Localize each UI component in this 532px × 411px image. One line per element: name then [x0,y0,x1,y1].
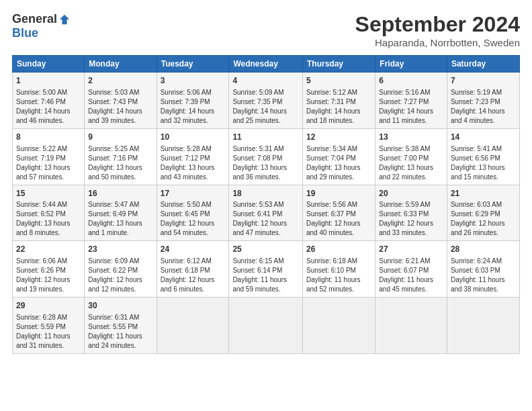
day-cell: 23Sunrise: 6:09 AM Sunset: 6:22 PM Dayli… [85,241,157,298]
day-info: Sunrise: 5:50 AM Sunset: 6:45 PM Dayligh… [161,201,215,236]
day-cell [157,298,229,354]
day-info: Sunrise: 5:16 AM Sunset: 7:27 PM Dayligh… [379,89,433,124]
day-cell [375,298,447,354]
day-cell: 11Sunrise: 5:31 AM Sunset: 7:08 PM Dayli… [229,128,303,185]
day-number: 20 [379,188,443,199]
day-info: Sunrise: 5:38 AM Sunset: 7:00 PM Dayligh… [379,145,433,181]
day-cell: 26Sunrise: 6:18 AM Sunset: 6:10 PM Dayli… [302,241,375,298]
day-info: Sunrise: 5:28 AM Sunset: 7:12 PM Dayligh… [161,145,215,181]
day-cell: 30Sunrise: 6:31 AM Sunset: 5:55 PM Dayli… [85,298,157,354]
day-cell: 3Sunrise: 5:06 AM Sunset: 7:39 PM Daylig… [157,73,229,129]
day-number: 16 [88,188,152,199]
day-number: 2 [88,75,152,87]
day-info: Sunrise: 5:19 AM Sunset: 7:23 PM Dayligh… [451,89,505,124]
day-number: 11 [232,132,299,143]
day-info: Sunrise: 6:03 AM Sunset: 6:29 PM Dayligh… [451,201,505,236]
location: Haparanda, Norrbotten, Sweden [355,37,520,48]
day-info: Sunrise: 5:00 AM Sunset: 7:46 PM Dayligh… [16,89,71,124]
day-cell [302,298,375,354]
week-row-4: 22Sunrise: 6:06 AM Sunset: 6:26 PM Dayli… [13,241,520,298]
page: General Blue September 2024 Haparanda, N… [0,0,532,411]
day-cell: 7Sunrise: 5:19 AM Sunset: 7:23 PM Daylig… [447,73,519,129]
week-row-2: 8Sunrise: 5:22 AM Sunset: 7:19 PM Daylig… [13,128,520,185]
day-cell: 8Sunrise: 5:22 AM Sunset: 7:19 PM Daylig… [13,128,85,185]
day-cell: 12Sunrise: 5:34 AM Sunset: 7:04 PM Dayli… [302,128,375,185]
title-section: September 2024 Haparanda, Norrbotten, Sw… [355,12,520,48]
col-header-sunday: Sunday [13,56,85,73]
week-row-1: 1Sunrise: 5:00 AM Sunset: 7:46 PM Daylig… [13,73,520,129]
day-cell: 20Sunrise: 5:59 AM Sunset: 6:33 PM Dayli… [375,185,447,241]
day-number: 29 [16,300,81,312]
day-number: 1 [16,75,81,87]
day-cell: 22Sunrise: 6:06 AM Sunset: 6:26 PM Dayli… [13,241,85,298]
day-cell: 6Sunrise: 5:16 AM Sunset: 7:27 PM Daylig… [375,73,447,129]
day-info: Sunrise: 5:41 AM Sunset: 6:56 PM Dayligh… [451,145,505,181]
day-number: 26 [306,244,371,255]
day-info: Sunrise: 6:09 AM Sunset: 6:22 PM Dayligh… [88,257,142,293]
day-info: Sunrise: 5:53 AM Sunset: 6:41 PM Dayligh… [232,201,287,236]
day-number: 7 [451,75,516,87]
day-cell: 27Sunrise: 6:21 AM Sunset: 6:07 PM Dayli… [375,241,447,298]
svg-marker-0 [60,14,69,24]
calendar-table: SundayMondayTuesdayWednesdayThursdayFrid… [12,55,520,354]
day-cell: 17Sunrise: 5:50 AM Sunset: 6:45 PM Dayli… [157,185,229,241]
day-cell: 21Sunrise: 6:03 AM Sunset: 6:29 PM Dayli… [447,185,519,241]
day-number: 15 [16,188,81,199]
day-cell: 25Sunrise: 6:15 AM Sunset: 6:14 PM Dayli… [229,241,303,298]
day-number: 14 [451,132,516,143]
day-number: 28 [451,244,516,255]
day-info: Sunrise: 5:56 AM Sunset: 6:37 PM Dayligh… [306,201,361,236]
week-row-3: 15Sunrise: 5:44 AM Sunset: 6:52 PM Dayli… [13,185,520,241]
day-number: 19 [306,188,371,199]
day-cell: 18Sunrise: 5:53 AM Sunset: 6:41 PM Dayli… [229,185,303,241]
col-header-tuesday: Tuesday [157,56,229,73]
day-cell: 10Sunrise: 5:28 AM Sunset: 7:12 PM Dayli… [157,128,229,185]
day-info: Sunrise: 5:22 AM Sunset: 7:19 PM Dayligh… [16,145,71,181]
day-info: Sunrise: 6:18 AM Sunset: 6:10 PM Dayligh… [306,257,361,293]
day-info: Sunrise: 5:25 AM Sunset: 7:16 PM Dayligh… [88,145,142,181]
day-info: Sunrise: 5:06 AM Sunset: 7:39 PM Dayligh… [161,89,215,124]
day-cell: 16Sunrise: 5:47 AM Sunset: 6:49 PM Dayli… [85,185,157,241]
header-row: SundayMondayTuesdayWednesdayThursdayFrid… [13,56,520,73]
day-cell: 1Sunrise: 5:00 AM Sunset: 7:46 PM Daylig… [13,73,85,129]
month-title: September 2024 [355,12,520,37]
day-info: Sunrise: 5:59 AM Sunset: 6:33 PM Dayligh… [379,201,433,236]
day-info: Sunrise: 5:44 AM Sunset: 6:52 PM Dayligh… [16,201,71,236]
day-cell: 28Sunrise: 6:24 AM Sunset: 6:03 PM Dayli… [447,241,519,298]
day-cell: 5Sunrise: 5:12 AM Sunset: 7:31 PM Daylig… [302,73,375,129]
day-cell: 4Sunrise: 5:09 AM Sunset: 7:35 PM Daylig… [229,73,303,129]
logo-icon [58,13,71,26]
day-info: Sunrise: 6:06 AM Sunset: 6:26 PM Dayligh… [16,257,71,293]
day-number: 23 [88,244,152,255]
day-number: 5 [306,75,371,87]
day-number: 13 [379,132,443,143]
day-number: 18 [232,188,299,199]
day-cell: 14Sunrise: 5:41 AM Sunset: 6:56 PM Dayli… [447,128,519,185]
logo-blue-text: Blue [12,26,38,40]
day-number: 6 [379,75,443,87]
logo: General Blue [12,12,71,40]
day-number: 24 [161,244,226,255]
day-info: Sunrise: 6:15 AM Sunset: 6:14 PM Dayligh… [232,257,287,293]
day-number: 22 [16,244,81,255]
day-number: 3 [161,75,226,87]
day-info: Sunrise: 6:28 AM Sunset: 5:59 PM Dayligh… [16,314,71,349]
header: General Blue September 2024 Haparanda, N… [12,12,520,48]
col-header-monday: Monday [85,56,157,73]
day-info: Sunrise: 5:03 AM Sunset: 7:43 PM Dayligh… [88,89,142,124]
day-info: Sunrise: 6:24 AM Sunset: 6:03 PM Dayligh… [451,257,505,293]
day-number: 30 [88,300,152,312]
day-info: Sunrise: 6:12 AM Sunset: 6:18 PM Dayligh… [161,257,215,293]
day-cell [229,298,303,354]
col-header-wednesday: Wednesday [229,56,303,73]
day-info: Sunrise: 5:09 AM Sunset: 7:35 PM Dayligh… [232,89,287,124]
day-number: 17 [161,188,226,199]
day-info: Sunrise: 6:31 AM Sunset: 5:55 PM Dayligh… [88,314,142,349]
day-cell [447,298,519,354]
day-info: Sunrise: 5:47 AM Sunset: 6:49 PM Dayligh… [88,201,142,236]
day-number: 9 [88,132,152,143]
day-info: Sunrise: 5:34 AM Sunset: 7:04 PM Dayligh… [306,145,361,181]
day-number: 10 [161,132,226,143]
day-info: Sunrise: 6:21 AM Sunset: 6:07 PM Dayligh… [379,257,433,293]
col-header-saturday: Saturday [447,56,519,73]
